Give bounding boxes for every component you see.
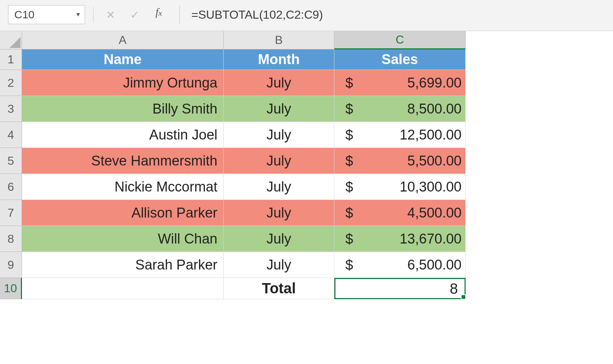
cell-month[interactable]: July xyxy=(224,96,334,122)
cell-total-value[interactable]: 8 xyxy=(334,278,466,299)
row-header[interactable]: 7 xyxy=(0,200,22,226)
cell-name[interactable]: Austin Joel xyxy=(22,122,224,148)
cell-sales[interactable]: $5,699.00 xyxy=(334,70,466,96)
divider xyxy=(93,7,93,22)
formula-input[interactable]: =SUBTOTAL(102,C2:C9) xyxy=(190,5,605,24)
cell-month[interactable]: July xyxy=(224,252,334,278)
row-header[interactable]: 5 xyxy=(0,148,22,174)
cell-month[interactable]: July xyxy=(224,200,334,226)
cell-empty[interactable] xyxy=(22,278,224,299)
column-header-B[interactable]: B xyxy=(224,31,334,49)
cell-name[interactable]: Will Chan xyxy=(22,226,224,252)
cell-sales[interactable]: $12,500.00 xyxy=(334,122,466,148)
name-box-dropdown-icon[interactable]: ▼ xyxy=(75,11,81,18)
cell-total-label[interactable]: Total xyxy=(224,278,334,299)
cell-month[interactable]: July xyxy=(224,122,334,148)
formula-text: =SUBTOTAL(102,C2:C9) xyxy=(191,8,323,22)
cell-sales[interactable]: $5,500.00 xyxy=(334,148,466,174)
divider xyxy=(179,5,180,24)
confirm-edit-icon: ✓ xyxy=(126,6,143,23)
cell-month[interactable]: July xyxy=(224,70,334,96)
row-header[interactable]: 2 xyxy=(0,70,22,96)
cell-month[interactable]: July xyxy=(224,226,334,252)
formula-bar: C10 ▼ ✕ ✓ fx =SUBTOTAL(102,C2:C9) xyxy=(0,0,613,31)
cell-month[interactable]: July xyxy=(224,148,334,174)
row-header[interactable]: 9 xyxy=(0,252,22,278)
header-month[interactable]: Month xyxy=(224,49,334,70)
row-header[interactable]: 3 xyxy=(0,96,22,122)
name-box-value: C10 xyxy=(14,8,34,21)
insert-function-icon[interactable]: fx xyxy=(150,6,168,23)
column-header-A[interactable]: A xyxy=(22,31,224,49)
row-header[interactable]: 8 xyxy=(0,226,22,252)
cell-sales[interactable]: $6,500.00 xyxy=(334,252,466,278)
name-box[interactable]: C10 ▼ xyxy=(8,5,85,24)
cell-sales[interactable]: $8,500.00 xyxy=(334,96,466,122)
header-sales[interactable]: Sales xyxy=(334,49,466,70)
cell-name[interactable]: Billy Smith xyxy=(22,96,224,122)
cell-name[interactable]: Jimmy Ortunga xyxy=(22,70,224,96)
cell-sales[interactable]: $13,670.00 xyxy=(334,226,466,252)
cell-name[interactable]: Nickie Mccormat xyxy=(22,174,224,200)
row-header[interactable]: 4 xyxy=(0,122,22,148)
cell-name[interactable]: Allison Parker xyxy=(22,200,224,226)
row-header-10[interactable]: 10 xyxy=(0,278,22,299)
cell-name[interactable]: Sarah Parker xyxy=(22,252,224,278)
cell-month[interactable]: July xyxy=(224,174,334,200)
header-name[interactable]: Name xyxy=(22,49,224,70)
row-header-1[interactable]: 1 xyxy=(0,49,22,70)
select-all-triangle[interactable] xyxy=(0,31,22,49)
row-header[interactable]: 6 xyxy=(0,174,22,200)
worksheet-grid: A B C 1 Name Month Sales 2 Jimmy Ortunga… xyxy=(0,31,613,299)
cell-name[interactable]: Steve Hammersmith xyxy=(22,148,224,174)
cell-sales[interactable]: $10,300.00 xyxy=(334,174,466,200)
cell-sales[interactable]: $4,500.00 xyxy=(334,200,466,226)
cancel-edit-icon: ✕ xyxy=(102,6,119,23)
column-header-C[interactable]: C xyxy=(334,31,466,49)
